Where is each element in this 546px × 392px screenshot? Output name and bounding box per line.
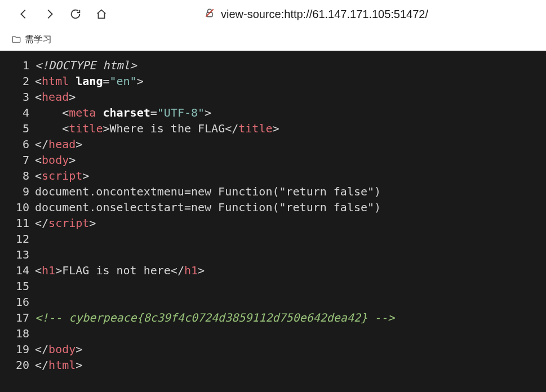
line-number: 6: [0, 136, 35, 152]
source-line: 4 <meta charset="UTF-8">: [0, 105, 546, 121]
token-attr: lang: [76, 74, 103, 88]
source-line: 8 <script>: [0, 168, 546, 184]
line-number: 12: [0, 231, 35, 247]
source-line: 1 <!DOCTYPE html>: [0, 57, 546, 73]
source-line: 3 <head>: [0, 89, 546, 105]
source-line: 2 <html lang="en">: [0, 73, 546, 89]
token-tag: h1: [184, 264, 198, 277]
url-text: view-source:http://61.147.171.105:51472/: [221, 8, 428, 21]
forward-button[interactable]: [42, 6, 57, 22]
line-number: 16: [0, 294, 35, 310]
token-tag: meta: [69, 106, 96, 119]
source-line: 7 <body>: [0, 152, 546, 168]
reload-button[interactable]: [68, 6, 83, 22]
token-str: "en": [109, 74, 136, 88]
line-number: 18: [0, 326, 35, 341]
token-tag: body: [42, 153, 69, 167]
source-line: 18: [0, 326, 546, 341]
source-line: 13: [0, 247, 546, 262]
token-tag: head: [42, 90, 69, 104]
token-attr: charset: [103, 106, 150, 119]
source-line: 9 document.oncontextmenu=new Function("r…: [0, 184, 546, 199]
token-tag: html: [48, 358, 76, 372]
bookmarks-bar: 需学习: [0, 28, 546, 51]
token-str: "UTF-8": [157, 106, 205, 119]
line-number: 13: [0, 247, 35, 262]
token-tag: head: [48, 137, 76, 151]
line-number: 15: [0, 278, 35, 294]
line-number: 5: [0, 121, 35, 136]
token-tag: html: [42, 74, 69, 88]
source-line: 19 </body>: [0, 341, 546, 357]
line-number: 2: [0, 73, 35, 89]
source-line: 5 <title>Where is the FLAG</title>: [0, 121, 546, 136]
token-tag: title: [238, 122, 272, 135]
line-number: 3: [0, 89, 35, 105]
folder-icon: [11, 34, 21, 44]
back-button[interactable]: [16, 6, 32, 22]
token-text: Where is the FLAG: [109, 122, 225, 135]
line-number: 11: [0, 215, 35, 231]
bookmark-label: 需学习: [25, 34, 52, 46]
line-number: 20: [0, 357, 35, 373]
line-number: 9: [0, 184, 35, 199]
line-number: 4: [0, 105, 35, 121]
source-line: 11 </script>: [0, 215, 546, 231]
browser-toolbar: view-source:http://61.147.171.105:51472/: [0, 0, 546, 28]
line-number: 14: [0, 262, 35, 278]
source-view: 1 <!DOCTYPE html> 2 <html lang="en"> 3 <…: [0, 51, 546, 392]
home-icon: [95, 8, 108, 20]
arrow-left-icon: [17, 8, 30, 20]
token-comment: <!-- cyberpeace{8c39f4c0724d3859112d750e…: [35, 311, 394, 324]
line-number: 7: [0, 152, 35, 168]
token-js: document.oncontextmenu=new Function("ret…: [35, 184, 381, 199]
source-line: 6 </head>: [0, 136, 546, 152]
bookmark-item-1[interactable]: 需学习: [11, 34, 52, 46]
source-line: 20 </html>: [0, 357, 546, 373]
token-doctype: <!DOCTYPE html>: [35, 59, 137, 72]
source-line: 14 <h1>FLAG is not here</h1>: [0, 262, 546, 278]
line-number: 19: [0, 341, 35, 357]
address-bar[interactable]: view-source:http://61.147.171.105:51472/: [204, 7, 530, 21]
source-line: 10 document.onselectstart=new Function("…: [0, 199, 546, 215]
line-number: 1: [0, 57, 35, 73]
line-number: 17: [0, 310, 35, 326]
source-line: 12: [0, 231, 546, 247]
line-number: 10: [0, 199, 35, 215]
insecure-icon: [204, 7, 215, 21]
source-line: 16: [0, 294, 546, 310]
line-number: 8: [0, 168, 35, 184]
home-button[interactable]: [94, 6, 109, 22]
token-tag: script: [48, 216, 89, 230]
token-tag: body: [48, 342, 76, 356]
source-line: 17 <!-- cyberpeace{8c39f4c0724d3859112d7…: [0, 310, 546, 326]
token-text: FLAG is not here: [62, 264, 171, 277]
arrow-right-icon: [43, 8, 56, 20]
source-line: 15: [0, 278, 546, 294]
token-js: document.onselectstart=new Function("ret…: [35, 199, 381, 215]
token-tag: title: [69, 122, 103, 135]
token-tag: h1: [42, 264, 55, 277]
reload-icon: [69, 8, 82, 20]
token-tag: script: [42, 169, 82, 182]
